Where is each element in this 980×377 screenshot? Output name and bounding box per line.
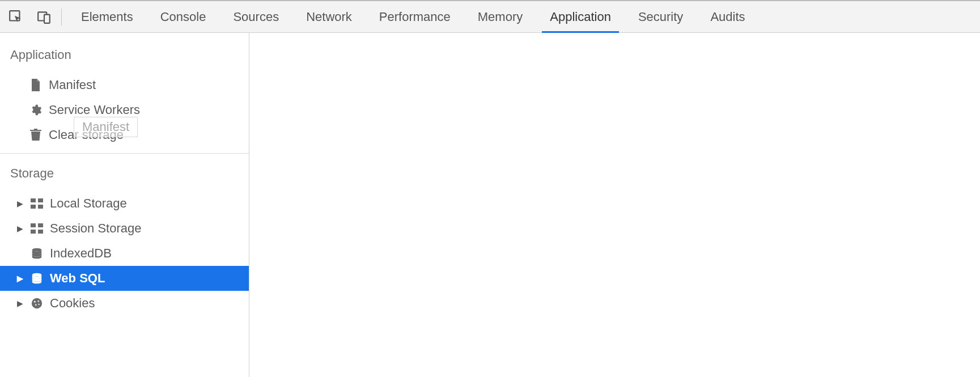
inspect-icon (9, 10, 23, 24)
chevron-right-icon: ▶ (16, 299, 24, 308)
svg-point-13 (32, 298, 42, 308)
sidebar-item-label: Web SQL (50, 271, 249, 286)
sidebar-item-label: Service Workers (49, 103, 249, 117)
svg-rect-6 (38, 205, 43, 209)
sidebar-item-manifest[interactable]: Manifest (0, 73, 249, 98)
tool-buttons (5, 7, 59, 27)
tab-memory[interactable]: Memory (464, 1, 536, 32)
svg-point-14 (34, 301, 36, 303)
tabs: Elements Console Sources Network Perform… (67, 1, 759, 32)
svg-rect-9 (31, 230, 36, 234)
svg-point-17 (38, 304, 39, 305)
sidebar-item-label: Local Storage (50, 196, 249, 211)
section-title-application: Application (0, 43, 249, 73)
tab-label: Performance (379, 10, 451, 24)
chevron-right-icon: ▶ (16, 199, 24, 208)
sidebar-item-label: Session Storage (50, 221, 249, 236)
svg-rect-4 (38, 198, 43, 202)
tab-application[interactable]: Application (536, 1, 625, 32)
svg-point-15 (37, 300, 39, 302)
divider (61, 9, 62, 26)
tab-security[interactable]: Security (625, 1, 697, 32)
svg-point-16 (35, 304, 37, 306)
sidebar-item-label: Manifest (49, 78, 249, 92)
sidebar-item-cookies[interactable]: ▶ Cookies (0, 291, 249, 316)
cookie-icon (29, 297, 44, 310)
tab-label: Elements (81, 10, 133, 24)
grid-icon (29, 198, 44, 209)
sidebar-item-label: Clear storage (49, 128, 249, 142)
svg-rect-10 (38, 230, 43, 234)
svg-rect-8 (38, 223, 43, 227)
tab-label: Application (550, 10, 611, 24)
chevron-right-icon: ▶ (16, 274, 24, 283)
grid-icon (29, 223, 44, 234)
tab-label: Network (306, 10, 352, 24)
devtools-tabbar: Elements Console Sources Network Perform… (0, 1, 980, 33)
trash-icon (28, 129, 43, 141)
tab-label: Security (638, 10, 683, 24)
tab-elements[interactable]: Elements (67, 1, 147, 32)
tab-label: Console (160, 10, 206, 24)
sidebar-item-indexeddb[interactable]: ▶ IndexedDB (0, 241, 249, 266)
device-icon (37, 10, 52, 24)
svg-point-11 (32, 248, 42, 252)
tab-console[interactable]: Console (147, 1, 220, 32)
sidebar-item-label: Cookies (50, 296, 249, 311)
tab-performance[interactable]: Performance (366, 1, 464, 32)
tab-network[interactable]: Network (292, 1, 366, 32)
database-icon (29, 272, 44, 285)
svg-rect-0 (10, 11, 19, 20)
application-sidebar: Application Manifest Service Workers Cle… (0, 33, 249, 377)
sidebar-item-session-storage[interactable]: ▶ Session Storage (0, 216, 249, 241)
svg-point-12 (32, 273, 42, 277)
tab-audits[interactable]: Audits (697, 1, 758, 32)
tab-label: Memory (478, 10, 523, 24)
sidebar-item-service-workers[interactable]: Service Workers (0, 98, 249, 122)
tab-label: Sources (233, 10, 279, 24)
tab-label: Audits (710, 10, 745, 24)
section-divider (0, 153, 249, 154)
sidebar-item-local-storage[interactable]: ▶ Local Storage (0, 191, 249, 216)
panel-body: Application Manifest Service Workers Cle… (0, 33, 980, 377)
tab-sources[interactable]: Sources (219, 1, 292, 32)
svg-rect-5 (31, 205, 36, 209)
toggle-device-toolbar-button[interactable] (34, 7, 54, 27)
database-icon (29, 247, 44, 260)
chevron-right-icon: ▶ (16, 224, 24, 233)
svg-rect-2 (44, 14, 50, 23)
sidebar-item-label: IndexedDB (50, 246, 249, 261)
svg-rect-3 (31, 198, 36, 202)
sidebar-item-web-sql[interactable]: ▶ Web SQL (0, 266, 249, 291)
inspect-element-button[interactable] (6, 7, 26, 27)
gear-icon (28, 104, 43, 116)
detail-pane (249, 33, 980, 377)
sidebar-item-clear-storage[interactable]: Clear storage (0, 122, 249, 147)
section-title-storage: Storage (0, 162, 249, 191)
svg-rect-7 (31, 223, 36, 227)
file-icon (28, 78, 43, 92)
